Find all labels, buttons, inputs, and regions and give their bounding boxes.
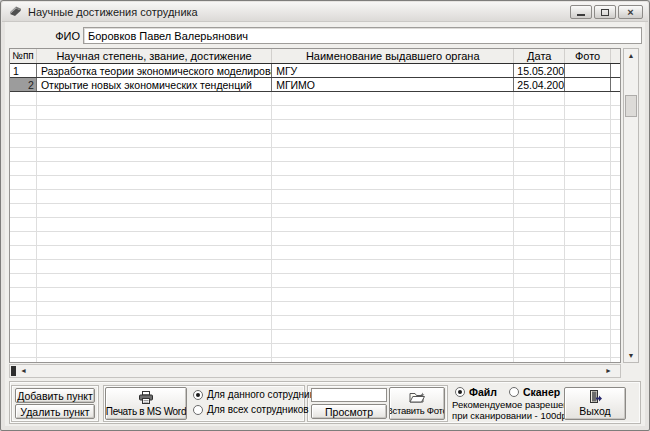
table-cell: [611, 176, 620, 189]
table-cell[interactable]: [565, 78, 611, 91]
table-cell[interactable]: МГИМО: [272, 78, 514, 91]
table-cell: [514, 204, 565, 217]
table-cell: [565, 218, 611, 231]
table-empty-row: [10, 218, 620, 232]
add-item-button[interactable]: Добавить пункт: [15, 388, 95, 403]
table-cell: [514, 246, 565, 259]
table-cell[interactable]: 1: [10, 64, 37, 77]
column-header[interactable]: Фото: [565, 49, 611, 63]
table-cell: [37, 120, 272, 133]
table-cell: [514, 106, 565, 119]
table-cell: [37, 302, 272, 315]
table-cell: [37, 204, 272, 217]
column-header[interactable]: Научная степень, звание, достижение: [37, 49, 272, 63]
column-header[interactable]: Дата: [514, 49, 565, 63]
table-cell: [611, 134, 620, 147]
table-cell[interactable]: 25.04.2001: [514, 78, 565, 91]
photo-preview-field[interactable]: [311, 388, 387, 402]
table-cell[interactable]: Открытие новых экономических тенденций: [37, 78, 272, 91]
table-cell: [10, 120, 37, 133]
table-cell: [10, 302, 37, 315]
table-cell: [514, 148, 565, 161]
table-cell: [10, 288, 37, 301]
table-cell[interactable]: Разработка теории экономического моделир…: [37, 64, 272, 77]
table-cell: [272, 316, 514, 329]
radio-icon: [193, 405, 203, 415]
vertical-scrollbar[interactable]: ▲ ▼: [623, 48, 639, 363]
minimize-button[interactable]: [570, 5, 592, 19]
delete-item-button[interactable]: Удалить пункт: [15, 404, 95, 419]
table-cell: [611, 120, 620, 133]
maximize-button[interactable]: [594, 5, 616, 19]
horizontal-scroll-thumb[interactable]: [11, 366, 16, 376]
table-cell: [514, 190, 565, 203]
close-icon: ×: [627, 7, 633, 17]
column-header[interactable]: [611, 49, 620, 63]
radio-icon: [509, 387, 519, 397]
table-cell: [37, 162, 272, 175]
scroll-left-icon[interactable]: ◄: [20, 365, 27, 377]
scroll-right-icon[interactable]: ►: [605, 365, 612, 377]
table-cell: [37, 274, 272, 287]
table-cell[interactable]: 2: [10, 78, 37, 91]
exit-label: Выход: [579, 405, 610, 417]
table-cell: [37, 260, 272, 273]
fio-input[interactable]: Боровков Павел Валерьянович: [83, 27, 642, 44]
table-empty-row: [10, 288, 620, 302]
print_scope-option[interactable]: Для данного сотрудника: [193, 389, 320, 400]
table-cell: [272, 162, 514, 175]
window-title: Научные достижения сотрудника: [28, 6, 198, 18]
table-empty-row: [10, 148, 620, 162]
preview-button[interactable]: Просмотр: [311, 404, 387, 419]
photo_source-option[interactable]: Сканер: [509, 386, 560, 398]
table-cell: [37, 190, 272, 203]
table-cell: [565, 120, 611, 133]
table-cell: [514, 358, 565, 362]
table-cell: [514, 316, 565, 329]
table-cell: [611, 302, 620, 315]
print-word-label: Печать в MS Word: [106, 406, 186, 417]
table-cell: [611, 288, 620, 301]
table-empty-row: [10, 92, 620, 106]
achievements-table: №ппНаучная степень, звание, достижениеНа…: [9, 48, 621, 363]
print-word-button[interactable]: Печать в MS Word: [105, 387, 187, 420]
table-row[interactable]: 2Открытие новых экономических тенденцийМ…: [10, 78, 620, 92]
table-cell: [37, 176, 272, 189]
column-header[interactable]: №пп: [10, 49, 37, 63]
table-empty-row: [10, 302, 620, 316]
minimize-icon: [577, 14, 585, 16]
print_scope-option[interactable]: Для всех сотрудников: [193, 404, 320, 415]
table-empty-row: [10, 246, 620, 260]
table-cell: [37, 92, 272, 105]
table-empty-row: [10, 260, 620, 274]
horizontal-scrollbar[interactable]: ◄ ►: [9, 364, 621, 378]
close-button[interactable]: ×: [618, 5, 643, 19]
table-cell[interactable]: [611, 78, 620, 91]
insert-photo-button[interactable]: Вставить Фото: [389, 387, 445, 420]
table-cell: [514, 162, 565, 175]
table-cell: [10, 330, 37, 343]
table-cell: [37, 246, 272, 259]
table-cell[interactable]: [565, 64, 611, 77]
table-empty-row: [10, 274, 620, 288]
app-window: Научные достижения сотрудника × ФИО Боро…: [0, 0, 650, 431]
titlebar[interactable]: Научные достижения сотрудника ×: [2, 2, 648, 22]
table-cell[interactable]: МГУ: [272, 64, 514, 77]
table-cell: [611, 330, 620, 343]
table-cell[interactable]: [611, 64, 620, 77]
table-cell: [611, 106, 620, 119]
maximize-icon: [601, 9, 609, 16]
table-cell[interactable]: 15.05.2000: [514, 64, 565, 77]
photo-source-options: ФайлСканер: [455, 386, 560, 398]
table-cell: [514, 302, 565, 315]
table-cell: [565, 344, 611, 357]
table-cell: [514, 344, 565, 357]
table-row[interactable]: 1Разработка теории экономического модели…: [10, 64, 620, 78]
scroll-down-icon[interactable]: ▼: [624, 349, 638, 362]
exit-button[interactable]: Выход: [564, 387, 626, 420]
table-cell: [10, 92, 37, 105]
scroll-up-icon[interactable]: ▲: [624, 49, 638, 62]
photo_source-option[interactable]: Файл: [455, 386, 497, 398]
vertical-scroll-thumb[interactable]: [625, 95, 637, 117]
column-header[interactable]: Наименование выдавшего органа: [272, 49, 514, 63]
